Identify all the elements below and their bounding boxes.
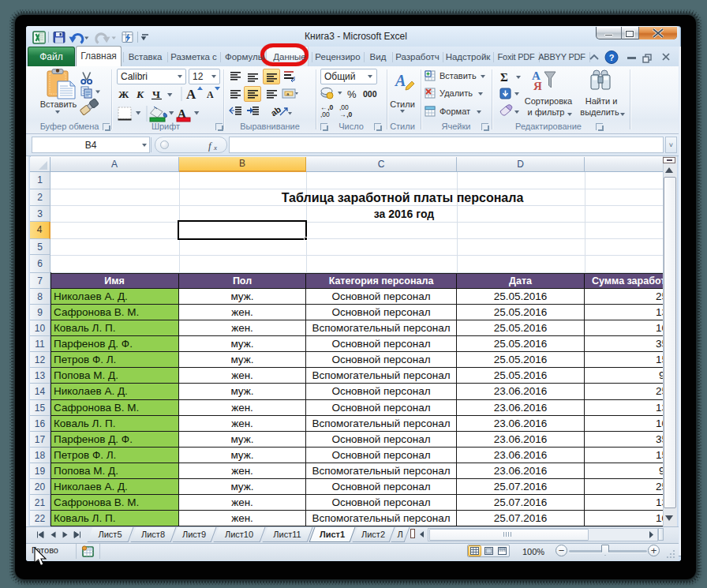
svg-text:А: А	[207, 89, 214, 100]
svg-text:?: ?	[609, 53, 615, 62]
svg-text:Ч: Ч	[152, 88, 160, 100]
svg-text:ab: ab	[269, 104, 282, 118]
svg-text:А: А	[394, 72, 406, 89]
svg-text:Σ: Σ	[500, 71, 508, 84]
svg-text:,00: ,00	[320, 110, 330, 118]
svg-text:%: %	[347, 88, 357, 100]
svg-text:000: 000	[363, 89, 377, 99]
svg-text:К: К	[136, 88, 144, 100]
svg-text:x: x	[213, 144, 217, 152]
svg-text:f: f	[208, 140, 213, 152]
svg-text:→ ,0: → ,0	[339, 110, 353, 118]
svg-text:А: А	[186, 87, 196, 102]
svg-text:Я: Я	[533, 80, 542, 92]
svg-text:Ж: Ж	[118, 88, 129, 100]
